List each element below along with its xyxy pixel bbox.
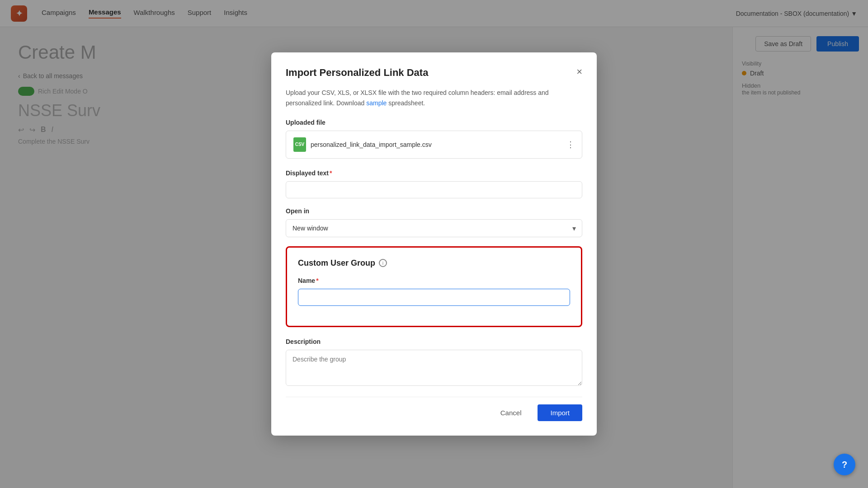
uploaded-file-label: Uploaded file: [286, 119, 582, 126]
import-modal: Import Personalized Link Data × Upload y…: [271, 52, 597, 436]
modal-close-button[interactable]: ×: [576, 67, 582, 77]
description-group: Description: [286, 338, 582, 388]
name-required-star: *: [316, 277, 318, 284]
modal-description: Upload your CSV, XLS, or XLSX file with …: [286, 88, 582, 108]
info-icon[interactable]: i: [379, 259, 387, 267]
help-button[interactable]: ?: [834, 454, 855, 475]
open-in-select[interactable]: New window Same window: [286, 219, 582, 237]
description-textarea[interactable]: [286, 350, 582, 386]
displayed-text-input[interactable]: [286, 181, 582, 198]
cancel-button[interactable]: Cancel: [490, 404, 533, 421]
file-row: CSV personalized_link_data_import_sample…: [286, 131, 582, 159]
description-label: Description: [286, 338, 582, 345]
displayed-text-label: Displayed text*: [286, 169, 582, 177]
name-label: Name*: [298, 277, 570, 284]
sample-link[interactable]: sample: [366, 99, 387, 107]
modal-title: Import Personalized Link Data: [286, 67, 428, 79]
custom-user-group-section: Custom User Group i Name*: [286, 246, 582, 327]
modal-footer: Cancel Import: [286, 397, 582, 421]
open-in-label: Open in: [286, 207, 582, 215]
custom-group-title: Custom User Group i: [298, 258, 570, 268]
import-button[interactable]: Import: [538, 404, 582, 421]
file-menu-button[interactable]: ⋮: [566, 140, 575, 150]
file-info: CSV personalized_link_data_import_sample…: [293, 137, 432, 152]
open-in-wrapper: New window Same window ▾: [286, 219, 582, 237]
name-group: Name*: [298, 277, 570, 306]
required-star: *: [330, 169, 332, 177]
modal-header: Import Personalized Link Data ×: [286, 67, 582, 79]
file-name: personalized_link_data_import_sample.csv: [311, 141, 432, 148]
file-icon: CSV: [293, 137, 306, 152]
name-input[interactable]: [298, 289, 570, 306]
displayed-text-group: Displayed text*: [286, 169, 582, 198]
modal-overlay: Import Personalized Link Data × Upload y…: [0, 0, 868, 488]
open-in-group: Open in New window Same window ▾: [286, 207, 582, 237]
